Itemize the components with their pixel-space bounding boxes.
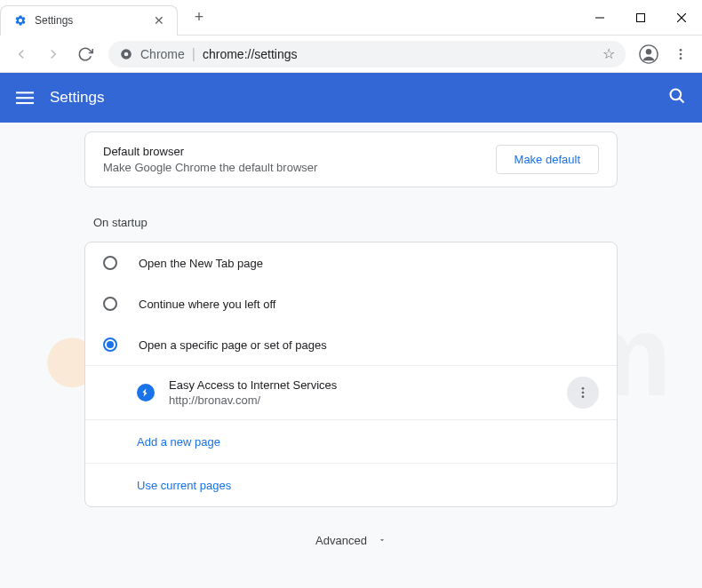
omnibox-origin: Chrome	[140, 47, 185, 61]
search-icon[interactable]	[668, 87, 686, 108]
back-button[interactable]	[7, 40, 36, 68]
svg-point-18	[582, 395, 585, 398]
radio-label: Open a specific page or set of pages	[139, 338, 327, 352]
svg-point-7	[646, 49, 651, 54]
reload-button[interactable]	[71, 40, 100, 68]
svg-point-16	[582, 387, 585, 390]
tab-strip: Settings ✕ +	[0, 0, 211, 35]
close-icon[interactable]: ✕	[152, 13, 166, 28]
use-current-pages-link[interactable]: Use current pages	[137, 479, 231, 492]
page-favicon-icon	[137, 384, 155, 401]
svg-rect-11	[16, 91, 34, 93]
browser-tab[interactable]: Settings ✕	[0, 5, 178, 36]
svg-line-15	[680, 99, 684, 103]
window-title-bar: Settings ✕ +	[0, 0, 702, 36]
radio-specific-pages[interactable]: Open a specific page or set of pages	[85, 324, 617, 365]
default-browser-card: Default browser Make Google Chrome the d…	[84, 131, 618, 187]
gear-icon	[13, 13, 28, 28]
chrome-icon	[119, 47, 133, 61]
use-current-row: Use current pages	[85, 463, 617, 506]
radio-new-tab[interactable]: Open the New Tab page	[85, 242, 617, 283]
maximize-button[interactable]	[620, 0, 661, 36]
add-new-page-link[interactable]: Add a new page	[137, 435, 220, 449]
settings-content: Default browser Make Google Chrome the d…	[84, 123, 618, 588]
svg-point-10	[680, 57, 682, 60]
svg-point-9	[680, 52, 682, 55]
omnibox-url: chrome://settings	[203, 47, 595, 61]
advanced-toggle[interactable]: Advanced	[84, 507, 618, 573]
tab-title: Settings	[35, 14, 145, 27]
address-bar[interactable]: Chrome | chrome://settings ☆	[108, 41, 626, 68]
svg-rect-1	[637, 13, 645, 21]
radio-label: Continue where you left off	[139, 298, 275, 311]
chevron-down-icon	[378, 532, 387, 548]
on-startup-label: On startup	[84, 207, 618, 242]
page-title: Settings	[50, 89, 104, 107]
startup-page-entry: Easy Access to Internet Services http://…	[85, 365, 617, 419]
profile-button[interactable]	[634, 40, 663, 68]
svg-point-8	[680, 49, 682, 52]
make-default-button[interactable]: Make default	[496, 145, 599, 174]
hamburger-menu-icon[interactable]	[16, 89, 34, 107]
default-browser-title: Default browser	[103, 145, 496, 158]
content-scroll[interactable]: ●PCrisk.com Default browser Make Google …	[0, 123, 702, 588]
radio-continue[interactable]: Continue where you left off	[85, 283, 617, 324]
close-window-button[interactable]	[661, 0, 702, 36]
default-browser-subtitle: Make Google Chrome the default browser	[103, 161, 496, 174]
window-controls	[579, 0, 702, 35]
radio-icon	[103, 256, 117, 270]
page-info: Easy Access to Internet Services http://…	[169, 378, 567, 407]
advanced-label: Advanced	[315, 534, 367, 547]
page-name: Easy Access to Internet Services	[169, 378, 567, 392]
kebab-menu-button[interactable]	[666, 40, 695, 68]
radio-icon	[103, 338, 117, 352]
svg-point-17	[582, 392, 585, 394]
startup-card: Open the New Tab page Continue where you…	[84, 242, 618, 507]
forward-button[interactable]	[39, 40, 68, 68]
page-more-button[interactable]	[567, 377, 599, 409]
toolbar: Chrome | chrome://settings ☆	[0, 36, 702, 73]
radio-icon	[103, 297, 117, 311]
minimize-button[interactable]	[579, 0, 620, 36]
bookmark-star-icon[interactable]: ☆	[602, 45, 615, 62]
new-tab-button[interactable]: +	[187, 5, 211, 30]
svg-rect-13	[16, 102, 34, 104]
radio-label: Open the New Tab page	[139, 257, 263, 270]
svg-point-14	[671, 90, 682, 100]
page-url: http://bronav.com/	[169, 393, 567, 407]
add-page-row: Add a new page	[85, 419, 617, 463]
settings-header: Settings	[0, 73, 702, 123]
default-browser-text: Default browser Make Google Chrome the d…	[103, 145, 496, 174]
svg-rect-12	[16, 97, 34, 99]
omnibox-separator: |	[192, 46, 195, 62]
svg-point-5	[124, 52, 129, 56]
